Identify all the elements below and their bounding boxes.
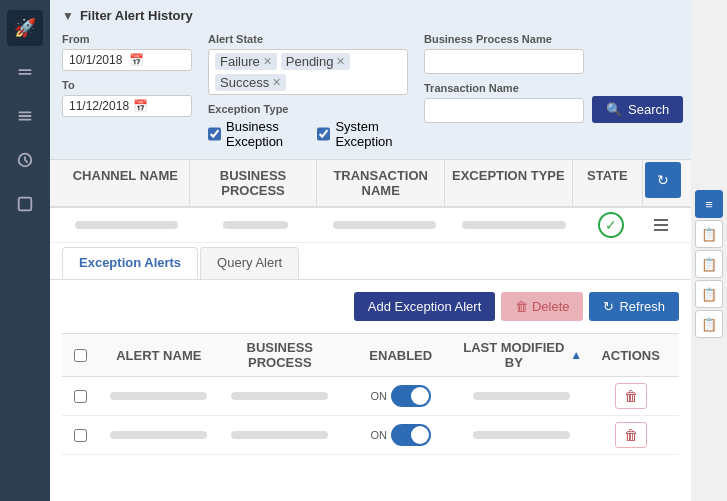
ath-alert-name: ALERT NAME (98, 348, 219, 363)
filter-header: ▼ Filter Alert History (62, 8, 679, 23)
add-exception-alert-button[interactable]: Add Exception Alert (354, 292, 495, 321)
th-channel-name: CHANNEL NAME (62, 160, 190, 206)
ath-last-modified: LAST MODIFIED BY ▲ (461, 340, 582, 370)
alerts-row-2: ON 🗑 (62, 416, 679, 455)
from-label: From (62, 33, 192, 45)
state-check-icon: ✓ (598, 212, 624, 238)
td-actions (643, 217, 679, 233)
to-calendar-icon[interactable]: 📅 (133, 99, 185, 113)
svg-rect-1 (19, 198, 32, 211)
tabs-section: Exception Alerts Query Alert (50, 247, 691, 280)
atd-modified-1 (461, 392, 582, 400)
atd-alert-name-1 (98, 392, 219, 400)
tag-success-remove[interactable]: ✕ (272, 76, 281, 89)
row1-delete-button[interactable]: 🗑 (615, 383, 647, 409)
transaction-name-group: Transaction Name (424, 82, 584, 123)
refresh-button[interactable]: ↻ Refresh (589, 292, 679, 321)
business-exception-label: Business Exception (226, 119, 305, 149)
sidebar-icon-3[interactable] (7, 98, 43, 134)
row2-delete-button[interactable]: 🗑 (615, 422, 647, 448)
ath-enabled: ENABLED (340, 348, 461, 363)
exception-type-label: Exception Type (208, 103, 408, 115)
ath-business-process: BUSINESS PROCESS (219, 340, 340, 370)
td-exception-type (449, 221, 578, 229)
tag-failure-label: Failure (220, 54, 260, 69)
search-button[interactable]: 🔍 Search (592, 96, 683, 123)
exception-type-group: Exception Type Business Exception System… (208, 103, 408, 149)
tag-pending[interactable]: Pending ✕ (281, 53, 351, 70)
td-channel-name (62, 221, 191, 229)
delete-button[interactable]: 🗑 Delete (501, 292, 583, 321)
exception-type-checkboxes: Business Exception System Exception (208, 119, 408, 149)
tag-success-label: Success (220, 75, 269, 90)
table-refresh-button[interactable]: ↻ (645, 162, 681, 198)
tag-failure-remove[interactable]: ✕ (263, 55, 272, 68)
alert-state-label: Alert State (208, 33, 408, 45)
from-calendar-icon[interactable]: 📅 (129, 53, 185, 67)
sort-icon[interactable]: ▲ (570, 348, 582, 362)
to-label: To (62, 79, 192, 91)
tag-pending-label: Pending (286, 54, 334, 69)
sidebar-icon-1[interactable]: 🚀 (7, 10, 43, 46)
business-process-name-group: Business Process Name (424, 33, 683, 74)
system-exception-label: System Exception (335, 119, 408, 149)
from-group: From 10/1/2018 📅 (62, 33, 192, 71)
toggle-1[interactable] (391, 385, 431, 407)
system-exception-checkbox[interactable] (317, 127, 330, 141)
business-process-name-input[interactable] (424, 49, 584, 74)
right-btn-2[interactable]: 📋 (695, 220, 723, 248)
tab-exception-alerts[interactable]: Exception Alerts (62, 247, 198, 279)
delete-icon: 🗑 (515, 299, 528, 314)
business-exception-checkbox[interactable] (208, 127, 221, 141)
row1-checkbox[interactable] (74, 390, 87, 403)
filter-icon: ▼ (62, 9, 74, 23)
sidebar-icon-4[interactable] (7, 142, 43, 178)
toggle-on-label-2: ON (371, 429, 388, 441)
toggle-container-1: ON (371, 385, 432, 407)
filter-title: Filter Alert History (80, 8, 193, 23)
row2-checkbox[interactable] (74, 429, 87, 442)
atd-bp-1 (219, 392, 340, 400)
right-btn-5[interactable]: 📋 (695, 310, 723, 338)
toggle-container-2: ON (371, 424, 432, 446)
main-table-header: CHANNEL NAME BUSINESS PROCESS TRANSACTIO… (50, 160, 691, 208)
alert-state-group: Alert State Failure ✕ Pending ✕ (208, 33, 408, 95)
toggle-2[interactable] (391, 424, 431, 446)
transaction-name-input[interactable] (424, 98, 584, 123)
tag-success[interactable]: Success ✕ (215, 74, 286, 91)
alert-state-tags-input[interactable]: Failure ✕ Pending ✕ Success ✕ (208, 49, 408, 95)
to-group: To 11/12/2018 📅 (62, 79, 192, 117)
td-transaction-name (320, 221, 449, 229)
right-btn-3[interactable]: 📋 (695, 250, 723, 278)
th-refresh: ↻ (643, 160, 679, 206)
th-exception-type: EXCEPTION TYPE (445, 160, 573, 206)
tag-pending-remove[interactable]: ✕ (336, 55, 345, 68)
svg-rect-3 (654, 224, 668, 226)
toggle-knob-1 (411, 387, 429, 405)
atd-bp-2 (219, 431, 340, 439)
from-date-input[interactable]: 10/1/2018 📅 (62, 49, 192, 71)
select-all-checkbox[interactable] (74, 349, 87, 362)
alerts-section: Add Exception Alert 🗑 Delete ↻ Refresh A… (50, 280, 691, 501)
atd-chk-1 (62, 390, 98, 403)
table-row-1: ✓ (50, 208, 691, 243)
sidebar-icon-2[interactable] (7, 54, 43, 90)
tab-query-alert[interactable]: Query Alert (200, 247, 299, 279)
right-btn-4[interactable]: 📋 (695, 280, 723, 308)
search-icon: 🔍 (606, 102, 622, 117)
tag-failure[interactable]: Failure ✕ (215, 53, 277, 70)
atd-actions-2: 🗑 (582, 422, 679, 448)
atd-chk-2 (62, 429, 98, 442)
refresh-icon: ↻ (603, 299, 614, 314)
business-process-name-label: Business Process Name (424, 33, 683, 45)
transaction-name-label: Transaction Name (424, 82, 584, 94)
ath-actions: ACTIONS (582, 348, 679, 363)
to-date-value: 11/12/2018 (69, 99, 129, 113)
td-business-process (191, 221, 320, 229)
th-transaction-name: TRANSACTION NAME (317, 160, 445, 206)
to-date-input[interactable]: 11/12/2018 📅 (62, 95, 192, 117)
sidebar-icon-5[interactable] (7, 186, 43, 222)
atd-alert-name-2 (98, 431, 219, 439)
right-btn-1[interactable]: ≡ (695, 190, 723, 218)
th-business-process: BUSINESS PROCESS (190, 160, 318, 206)
